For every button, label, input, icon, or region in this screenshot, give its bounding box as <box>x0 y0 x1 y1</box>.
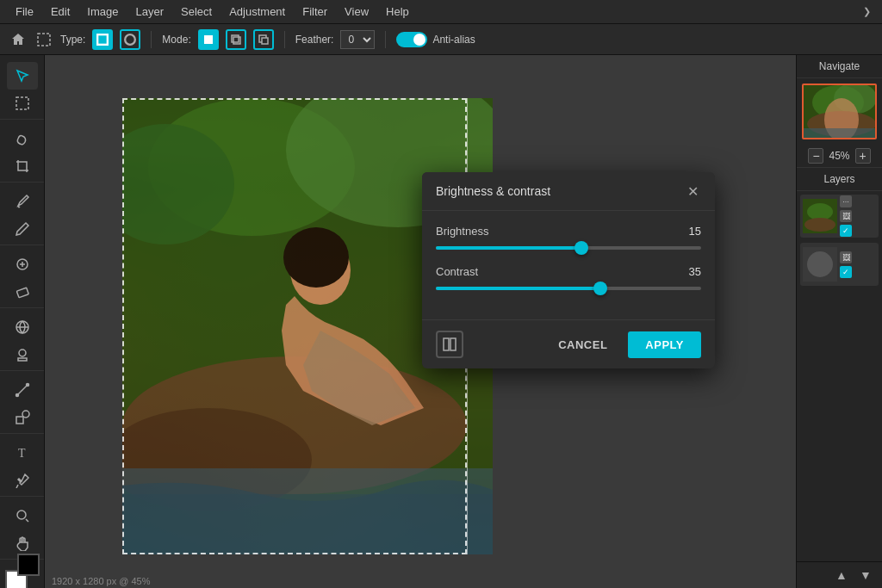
brightness-slider-track[interactable] <box>436 246 701 250</box>
feather-select[interactable]: 0125 <box>340 30 375 49</box>
antialias-label: Anti-alias <box>432 34 475 46</box>
tool-marquee[interactable] <box>7 90 38 117</box>
contrast-slider-thumb[interactable] <box>593 282 607 295</box>
brightness-slider-fill <box>436 246 581 250</box>
tool-group-transform <box>0 123 44 183</box>
layer-check-icon[interactable]: ✓ <box>840 225 852 237</box>
tool-group-view <box>0 500 44 560</box>
tool-globe[interactable] <box>7 313 38 341</box>
menu-layer[interactable]: Layer <box>127 3 173 20</box>
preview-button[interactable] <box>436 331 463 358</box>
layer-item-2[interactable]: 🖼 ✓ <box>800 243 879 286</box>
svg-rect-10 <box>16 288 28 298</box>
svg-rect-1 <box>98 34 109 45</box>
feather-label: Feather: <box>295 34 334 46</box>
svg-rect-8 <box>16 97 28 109</box>
navigate-header: Navigate <box>797 55 882 78</box>
layer-thumbnail-2 <box>803 247 837 282</box>
tool-dropper[interactable] <box>7 467 38 494</box>
dialog-title: Brightness & contrast <box>436 184 550 198</box>
toolbar-divider3 <box>385 31 386 48</box>
tool-lasso[interactable] <box>7 125 38 152</box>
layer-image-icon: 🖼 <box>840 210 852 222</box>
layer-icons-2: 🖼 ✓ <box>840 251 852 278</box>
svg-point-37 <box>804 218 835 232</box>
contrast-header: Contrast 35 <box>436 265 701 278</box>
svg-rect-40 <box>444 338 449 350</box>
tool-crop[interactable] <box>7 152 38 180</box>
svg-point-16 <box>22 411 29 418</box>
antialias-toggle[interactable]: Anti-alias <box>396 32 475 47</box>
contrast-slider-track[interactable] <box>436 287 701 290</box>
menu-edit[interactable]: Edit <box>42 3 78 20</box>
toolbar-marquee-icon[interactable] <box>34 30 53 49</box>
nav-up-button[interactable]: ▲ <box>832 566 851 585</box>
svg-rect-4 <box>232 35 239 42</box>
tool-selection[interactable] <box>7 62 38 90</box>
menu-file[interactable]: File <box>7 3 42 20</box>
contrast-label: Contrast <box>436 265 478 278</box>
type-rectangle-button[interactable] <box>92 29 113 50</box>
tool-text[interactable]: T <box>7 439 38 467</box>
brightness-row: Brightness 15 <box>436 225 701 250</box>
svg-point-13 <box>16 394 18 397</box>
tool-heal[interactable] <box>7 251 38 278</box>
dialog-action-buttons: CANCEL APPLY <box>544 331 701 358</box>
type-ellipse-button[interactable] <box>120 29 140 50</box>
zoom-control: − 45% + <box>797 145 882 168</box>
menu-expand-icon[interactable]: ❯ <box>858 3 875 21</box>
tool-line[interactable] <box>7 376 38 404</box>
apply-button[interactable]: APPLY <box>628 331 701 358</box>
menu-image[interactable]: Image <box>78 3 127 20</box>
toolbar-home-icon[interactable] <box>9 30 28 49</box>
svg-rect-3 <box>204 35 213 44</box>
brightness-contrast-dialog: Brightness & contrast ✕ Brightness 15 Co… <box>422 172 715 368</box>
nav-down-button[interactable]: ▼ <box>856 566 875 585</box>
brightness-slider-thumb[interactable] <box>575 241 588 255</box>
contrast-slider-fill <box>436 287 600 290</box>
layer-dots-icon: ··· <box>840 195 852 207</box>
toolbar-divider2 <box>284 31 285 48</box>
tool-shapes[interactable] <box>7 404 38 431</box>
type-label: Type: <box>60 34 85 46</box>
svg-point-12 <box>19 350 26 356</box>
svg-rect-5 <box>233 37 240 44</box>
menu-bar: File Edit Image Layer Select Adjustment … <box>0 0 882 24</box>
layer-item-1[interactable]: ··· 🖼 ✓ <box>800 195 879 238</box>
layer-image-icon-2: 🖼 <box>840 251 852 263</box>
zoom-value: 45% <box>829 150 849 162</box>
toggle-track[interactable] <box>396 32 427 47</box>
tool-pencil[interactable] <box>7 215 38 243</box>
mode-subtract-button[interactable] <box>253 29 274 50</box>
menu-help[interactable]: Help <box>377 3 418 20</box>
menu-view[interactable]: View <box>336 3 377 20</box>
tool-group-paint <box>0 186 44 245</box>
mode-add-button[interactable] <box>226 29 246 50</box>
menu-adjustment[interactable]: Adjustment <box>220 3 294 20</box>
zoom-plus-button[interactable]: + <box>855 148 871 164</box>
cancel-button[interactable]: CANCEL <box>544 331 621 358</box>
dialog-footer: CANCEL APPLY <box>422 319 715 368</box>
tool-stamp[interactable] <box>7 341 38 368</box>
tool-group-text: T <box>0 437 44 497</box>
dialog-close-button[interactable]: ✕ <box>684 183 701 200</box>
layer-icons-1: ··· 🖼 ✓ <box>840 195 852 237</box>
tool-eraser[interactable] <box>7 278 38 306</box>
mode-new-button[interactable] <box>198 29 219 50</box>
svg-point-28 <box>283 227 349 288</box>
brightness-label: Brightness <box>436 225 488 238</box>
tool-brush[interactable] <box>7 188 38 215</box>
toolbar: Type: Mode: Feather: 0125 Anti-alias <box>0 24 882 55</box>
status-bar: 1920 x 1280 px @ 45% <box>45 574 158 588</box>
layer-check-icon-2[interactable]: ✓ <box>840 266 852 278</box>
tool-group-clone <box>0 312 44 371</box>
navigate-thumbnail[interactable] <box>802 84 877 139</box>
menu-filter[interactable]: Filter <box>294 3 336 20</box>
color-swatches[interactable] <box>5 570 40 576</box>
tool-zoom[interactable] <box>7 502 38 529</box>
zoom-minus-button[interactable]: − <box>808 148 823 164</box>
tool-group-selection <box>0 60 44 120</box>
svg-rect-0 <box>38 34 50 46</box>
menu-select[interactable]: Select <box>172 3 220 20</box>
background-color[interactable] <box>17 554 40 576</box>
